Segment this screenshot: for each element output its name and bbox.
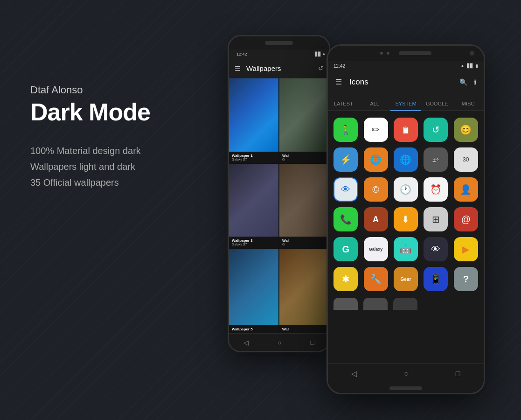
icon-amazon: A <box>364 207 388 231</box>
icon-pen: ✏ <box>364 118 388 142</box>
wallpaper-6-image <box>279 249 329 325</box>
phone2-status-icons: ▲ ▊▊ ▮ <box>460 63 478 68</box>
icon-email: @ <box>454 207 478 231</box>
wallpaper-item-1[interactable]: Wallpaper 1 Galaxy S7 <box>229 78 278 163</box>
icon-item-g[interactable]: G <box>333 237 358 261</box>
icon-item-robot[interactable]: 🤖 <box>394 237 418 261</box>
phone1-refresh-icon[interactable]: ↺ <box>318 65 323 72</box>
phone2-home-indicator <box>389 386 422 390</box>
icon-item-clock2[interactable]: ⏰ <box>424 177 448 202</box>
icon-clock2: ⏰ <box>424 177 448 202</box>
icon-phone: 📞 <box>333 207 358 231</box>
phone2-bottom-bar <box>328 384 484 393</box>
phone1-top-bar <box>229 36 329 49</box>
tab-all[interactable]: ALL <box>359 101 390 110</box>
icon-gear: Gear <box>394 267 418 291</box>
icons-partial-row <box>328 298 484 310</box>
page-container: Dtaf Alonso Dark Mode 100% Material desi… <box>0 0 521 420</box>
wallpaper-5-label: Wallpaper 5 <box>229 325 278 333</box>
tab-google[interactable]: GOOGLE <box>421 101 452 110</box>
icon-item-pen[interactable]: ✏ <box>363 118 388 142</box>
icon-apps: ⊞ <box>424 207 448 231</box>
wallpaper-4-label: Wal G <box>279 237 329 248</box>
tab-misc[interactable]: MISC <box>452 101 484 110</box>
icon-item-clogo[interactable]: © <box>363 177 388 202</box>
icon-item-phone2[interactable]: 📱 <box>424 267 448 291</box>
wallpaper-item-3[interactable]: Wallpaper 3 Galaxy S7 <box>229 164 278 248</box>
phone2-home-btn[interactable]: ○ <box>404 370 409 378</box>
phone2-info-icon[interactable]: ℹ <box>474 78 476 86</box>
icon-contact: 👤 <box>454 177 478 202</box>
icon-item-phone[interactable]: 📞 <box>333 207 358 231</box>
icon-item-calc[interactable]: ±÷ <box>424 147 448 172</box>
phone1-time: 12:42 <box>236 52 247 56</box>
icon-calc: ±÷ <box>424 147 448 172</box>
phone2-menu-icon[interactable]: ☰ <box>335 77 342 86</box>
app-title: Dark Mode <box>30 98 150 126</box>
wallpaper-6-label: Wal <box>279 325 329 333</box>
icon-item-galaxy[interactable]: Galaxy <box>363 237 388 261</box>
icon-item-calendar[interactable]: 30 <box>454 147 478 172</box>
icon-item-apps[interactable]: ⊞ <box>424 207 448 231</box>
battery-icon: ▮ <box>476 63 478 68</box>
icon-item-doc[interactable]: 📋 <box>394 118 418 142</box>
icon-galaxy: Galaxy <box>364 237 388 261</box>
phone2-speaker <box>399 51 431 55</box>
phone2-search-icon[interactable]: 🔍 <box>459 78 467 86</box>
phone2-app-bar: ☰ Icons 🔍 ℹ <box>328 71 484 93</box>
desc-line-1: 100% Material design dark <box>30 143 150 159</box>
icon-globe2: 🌐 <box>394 147 418 172</box>
icon-item-download[interactable]: ⬇ <box>394 207 418 231</box>
wallpaper-grid: Wallpaper 1 Galaxy S7 Wal G <box>229 78 329 333</box>
icon-clock1: 🕐 <box>394 177 418 202</box>
phone1-title: Wallpapers <box>246 64 318 72</box>
phone1-signal: ▊▊ ● <box>315 52 325 56</box>
left-content: Dtaf Alonso Dark Mode 100% Material desi… <box>30 84 150 190</box>
icon-question: ? <box>454 267 478 291</box>
wallpaper-2-label: Wal G <box>279 152 329 163</box>
icon-item-clock1[interactable]: 🕐 <box>394 177 418 202</box>
icon-bluetooth: ⚡ <box>333 147 358 172</box>
icon-item-avatar1[interactable]: 😊 <box>454 118 478 142</box>
wallpaper-item-6[interactable]: Wal <box>279 249 329 333</box>
phone1-app-bar: ☰ Wallpapers ↺ <box>229 59 329 78</box>
phone2-recent-btn[interactable]: □ <box>456 370 460 378</box>
icon-item-bird[interactable]: ✱ <box>333 267 358 291</box>
icon-item-swift[interactable]: ▶ <box>454 237 478 261</box>
icon-robot: 🤖 <box>394 237 418 261</box>
icon-item-globe2[interactable]: 🌐 <box>394 147 418 172</box>
phone1-speaker <box>265 41 293 45</box>
phone2-nav-bar: ◁ ○ □ <box>328 363 484 384</box>
wifi-icon: ▲ <box>460 63 465 68</box>
wallpaper-item-5[interactable]: Wallpaper 5 <box>229 249 278 333</box>
phone2-dot2 <box>387 52 389 55</box>
icon-item-wrench[interactable]: 🔧 <box>363 267 388 291</box>
icon-phone2: 📱 <box>424 267 448 291</box>
phone1-recent-btn[interactable]: □ <box>311 339 314 346</box>
icon-item-gear[interactable]: Gear <box>394 267 418 291</box>
tab-system[interactable]: SYSTEM <box>390 101 422 110</box>
desc-line-2: Wallpapers light and dark <box>30 159 150 175</box>
wallpaper-item-4[interactable]: Wal G <box>279 164 329 248</box>
phone2-back-btn[interactable]: ◁ <box>351 369 357 378</box>
icon-hiker: 🚶 <box>333 118 358 142</box>
icon-refresh: ↺ <box>424 118 448 142</box>
phone2-status-bar: 12:42 ▲ ▊▊ ▮ <box>328 61 484 71</box>
icon-item-contact[interactable]: 👤 <box>454 177 478 202</box>
tab-latest[interactable]: LATEST <box>328 101 359 110</box>
icon-item-bluetooth[interactable]: ⚡ <box>333 147 358 172</box>
phone1-back-btn[interactable]: ◁ <box>243 339 249 346</box>
icon-item-email[interactable]: @ <box>454 207 478 231</box>
icon-g: G <box>333 237 358 261</box>
icon-item-refresh[interactable]: ↺ <box>424 118 448 142</box>
phone1-menu-icon[interactable]: ☰ <box>235 65 241 72</box>
icon-item-ghost[interactable]: 👁 <box>424 237 448 261</box>
icon-item-question[interactable]: ? <box>454 267 478 291</box>
wallpaper-item-2[interactable]: Wal G <box>279 78 329 163</box>
icon-item-hiker[interactable]: 🚶 <box>333 118 358 142</box>
icon-globe1: 🌐 <box>364 147 388 172</box>
icon-item-amazon[interactable]: A <box>363 207 388 231</box>
icon-item-globe1[interactable]: 🌐 <box>363 147 388 172</box>
phone1-home-btn[interactable]: ○ <box>278 339 281 346</box>
icon-item-eye[interactable]: 👁 <box>333 177 358 202</box>
